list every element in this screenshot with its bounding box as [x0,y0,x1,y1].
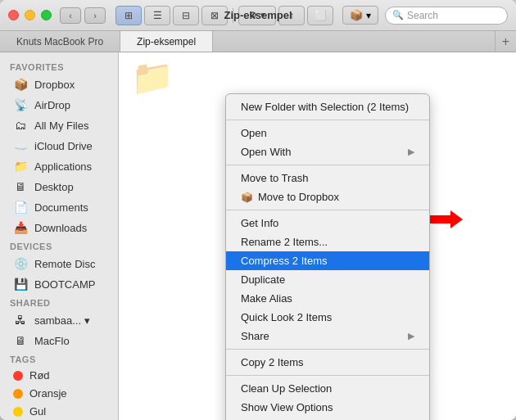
sidebar-item-rod[interactable]: Rød [3,367,115,384]
devices-header: Devices [0,238,118,253]
window-title: Zip-eksempel [224,9,292,21]
shared-header: Shared [0,295,118,309]
sidebar-remote-disc-label: Remote Disc [34,258,95,270]
sidebar-item-bootcamp[interactable]: 💾 BOOTCAMP [3,274,115,294]
sidebar-gul-label: Gul [29,405,46,418]
new-folder-label: New Folder with Selection (2 Items) [241,101,409,113]
dropbox-button[interactable]: 📦 ▾ [342,6,378,25]
dropbox-label: ▾ [366,10,371,21]
sidebar-rod-label: Rød [29,369,50,382]
menu-new-folder[interactable]: New Folder with Selection (2 Items) [226,97,429,116]
menu-move-to-dropbox[interactable]: 📦 Move to Dropbox [226,187,429,206]
finder-window: ‹ › ⊞ ☰ ⊟ ⊠ ⚙ ▾ ↑ ⬜ Zip-eksempel 📦 ▾ 🔍 S… [0,0,516,420]
folder-preview: 📁 [131,61,174,95]
separator-3 [226,210,429,210]
menu-open[interactable]: Open [226,124,429,142]
desktop-icon: 🖥 [13,179,28,194]
gul-tag-dot [13,407,23,417]
separator-1 [226,120,429,120]
menu-share[interactable]: Share ▶ [226,327,429,345]
sidebar-bootcamp-label: BOOTCAMP [34,278,95,291]
sidebar-item-desktop[interactable]: 🖥 Desktop [3,177,115,196]
menu-get-info[interactable]: Get Info [226,214,429,233]
sidebar-desktop-label: Desktop [34,181,74,193]
move-to-dropbox-label: Move to Dropbox [258,191,339,203]
share-label: Share [241,330,269,342]
window-button[interactable]: ⬜ [307,6,333,25]
menu-compress[interactable]: Compress 2 Items [226,251,429,270]
quick-look-label: Quick Look 2 Items [241,311,332,323]
search-box[interactable]: 🔍 Search [385,7,508,25]
clean-up-label: Clean Up Selection [241,382,332,395]
minimize-button[interactable] [25,10,35,20]
open-with-arrow: ▶ [408,147,414,157]
sidebar-icloud-label: iCloud Drive [34,140,93,152]
menu-copy-items[interactable]: Copy 2 Items [226,353,429,372]
menu-rename[interactable]: Rename 2 Items... [226,233,429,251]
sidebar-item-oransje[interactable]: Oransje [3,385,115,402]
sidebar-item-sambaa[interactable]: 🖧 sambaa... ▾ [3,310,115,330]
menu-clean-up[interactable]: Clean Up Selection [226,379,429,398]
sidebar-item-all-my-files[interactable]: 🗂 All My Files [3,115,115,135]
sidebar-oransje-label: Oransje [29,387,67,400]
dropbox-icon: 📦 [350,9,363,21]
downloads-icon: 📥 [13,220,28,235]
sidebar-item-airdrop[interactable]: 📡 AirDrop [3,95,115,115]
compress-label: Compress 2 Items [241,255,327,267]
applications-icon: 📁 [13,159,28,174]
search-icon: 🔍 [392,10,404,20]
bootcamp-icon: 💾 [13,277,28,291]
red-arrow-indicator [426,210,463,228]
sidebar-downloads-label: Downloads [34,222,87,234]
sidebar-item-gul[interactable]: Gul [3,403,115,420]
rod-tag-dot [13,371,23,381]
forward-button[interactable]: › [84,7,106,24]
main-area: Favorites 📦 Dropbox 📡 AirDrop 🗂 All My F… [0,52,516,420]
menu-make-alias[interactable]: Make Alias [226,289,429,308]
back-button[interactable]: ‹ [60,7,81,24]
remote-disc-icon: 💿 [13,256,28,271]
make-alias-label: Make Alias [241,292,292,305]
sidebar-item-macflo[interactable]: 🖥 MacFlo [3,331,115,350]
menu-quick-look[interactable]: Quick Look 2 Items [226,308,429,327]
sidebar-dropbox-label: Dropbox [34,79,75,91]
airdrop-icon: 📡 [13,97,28,112]
macflo-icon: 🖥 [13,333,28,348]
menu-open-with[interactable]: Open With ▶ [226,142,429,161]
separator-2 [226,165,429,165]
tab-knuts-label: Knuts MacBook Pro [16,36,103,47]
sidebar-documents-label: Documents [34,201,88,214]
menu-duplicate[interactable]: Duplicate [226,270,429,289]
tab-knuts[interactable]: Knuts MacBook Pro [0,31,120,52]
icon-view-button[interactable]: ⊞ [115,6,142,25]
sidebar-item-downloads[interactable]: 📥 Downloads [3,218,115,237]
sidebar-item-applications[interactable]: 📁 Applications [3,156,115,176]
close-button[interactable] [8,10,19,20]
column-view-button[interactable]: ⊟ [173,6,199,25]
red-arrow-svg [426,210,463,228]
tab-zip-label: Zip-eksempel [137,36,196,47]
sidebar-item-dropbox[interactable]: 📦 Dropbox [3,75,115,94]
list-view-button[interactable]: ☰ [144,6,170,25]
sidebar-item-icloud[interactable]: ☁️ iCloud Drive [3,136,115,156]
separator-4 [226,349,429,350]
context-menu: New Folder with Selection (2 Items) Open… [225,93,430,420]
tabbar: Knuts MacBook Pro Zip-eksempel + [0,31,516,52]
menu-move-to-trash[interactable]: Move to Trash [226,169,429,187]
tags-header: Tags [0,351,118,366]
sidebar-item-remote-disc[interactable]: 💿 Remote Disc [3,254,115,273]
tab-add-button[interactable]: + [495,31,516,52]
sidebar-item-documents[interactable]: 📄 Documents [3,197,115,217]
fullscreen-button[interactable] [41,10,52,20]
rename-label: Rename 2 Items... [241,236,328,248]
tab-zip[interactable]: Zip-eksempel [120,31,213,52]
menu-show-view-options[interactable]: Show View Options [226,398,429,417]
dropbox-menu-icon: 📦 [241,192,253,203]
nav-buttons: ‹ › [60,7,106,24]
dropbox-sidebar-icon: 📦 [13,77,28,92]
folder-icon-large: 📁 [131,61,174,95]
open-with-label: Open With [241,146,291,158]
toolbar-right: 📦 ▾ 🔍 Search [342,6,508,25]
sidebar-sambaa-label: sambaa... ▾ [34,314,90,327]
titlebar: ‹ › ⊞ ☰ ⊟ ⊠ ⚙ ▾ ↑ ⬜ Zip-eksempel 📦 ▾ 🔍 S… [0,0,516,31]
